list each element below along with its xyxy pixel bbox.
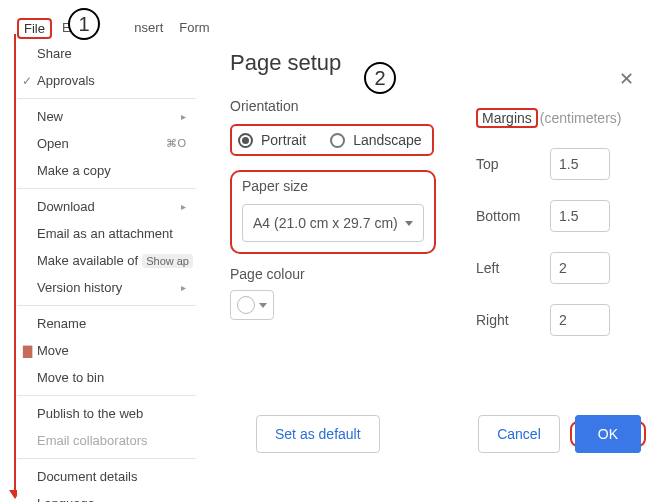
margin-left-input[interactable] <box>550 252 610 284</box>
colour-swatch-icon <box>237 296 255 314</box>
chevron-right-icon: ▸ <box>181 282 186 293</box>
menu-item-rename[interactable]: Rename <box>17 310 196 337</box>
page-colour-select[interactable] <box>230 290 274 320</box>
margins-group: Margins (centimeters) Top Bottom Left Ri… <box>476 108 646 336</box>
menu-item-make-copy[interactable]: Make a copy <box>17 157 196 184</box>
menu-item-language[interactable]: Language▸ <box>17 490 196 502</box>
margin-bottom-input[interactable] <box>550 200 610 232</box>
menu-item-email-collaborators: Email collaborators <box>17 427 196 454</box>
chevron-down-icon <box>259 303 267 308</box>
menu-item-share[interactable]: Share <box>17 40 196 67</box>
chevron-right-icon: ▸ <box>181 498 186 502</box>
margin-top-label: Top <box>476 156 536 172</box>
margin-right-input[interactable] <box>550 304 610 336</box>
annotation-2: 2 <box>364 62 396 94</box>
chevron-right-icon: ▸ <box>181 201 186 212</box>
annotation-arrow-line <box>14 34 16 494</box>
margin-left-label: Left <box>476 260 536 276</box>
margins-label: Margins <box>476 108 538 128</box>
dialog-button-row: Set as default Cancel OK <box>256 415 646 453</box>
radio-landscape[interactable]: Landscape <box>330 132 422 148</box>
menu-item-move[interactable]: ▇Move <box>17 337 196 364</box>
chevron-down-icon <box>405 221 413 226</box>
cancel-button[interactable]: Cancel <box>478 415 560 453</box>
margin-right-label: Right <box>476 312 536 328</box>
margin-bottom-label: Bottom <box>476 208 536 224</box>
menu-item-approvals[interactable]: ✓Approvals <box>17 67 196 94</box>
shortcut-label: ⌘O <box>166 137 186 150</box>
radio-portrait[interactable]: Portrait <box>238 132 306 148</box>
menu-item-make-available[interactable]: Make available ofShow ap <box>17 247 196 274</box>
chevron-right-icon: ▸ <box>181 111 186 122</box>
paper-size-label: Paper size <box>242 178 424 194</box>
show-app-badge: Show ap <box>142 254 193 268</box>
menubar: File Edit nsert Form <box>17 18 216 39</box>
paper-size-group: Paper size A4 (21.0 cm x 29.7 cm) <box>230 170 436 254</box>
set-default-button[interactable]: Set as default <box>256 415 380 453</box>
folder-icon: ▇ <box>20 344 34 358</box>
menu-item-publish[interactable]: Publish to the web <box>17 400 196 427</box>
dialog-title: Page setup <box>230 50 640 76</box>
margin-top-input[interactable] <box>550 148 610 180</box>
margins-unit: (centimeters) <box>540 110 622 126</box>
paper-size-select[interactable]: A4 (21.0 cm x 29.7 cm) <box>242 204 424 242</box>
menu-item-move-bin[interactable]: Move to bin <box>17 364 196 391</box>
menu-file[interactable]: File <box>17 18 52 39</box>
menu-item-download[interactable]: Download▸ <box>17 193 196 220</box>
menu-item-document-details[interactable]: Document details <box>17 463 196 490</box>
file-dropdown: Share ✓Approvals New▸ Open⌘O Make a copy… <box>17 40 196 502</box>
menu-item-version-history[interactable]: Version history▸ <box>17 274 196 301</box>
menu-item-new[interactable]: New▸ <box>17 103 196 130</box>
menu-item-open[interactable]: Open⌘O <box>17 130 196 157</box>
menu-item-email-attachment[interactable]: Email as an attachment <box>17 220 196 247</box>
ok-button[interactable]: OK <box>575 415 641 453</box>
orientation-group: Portrait Landscape <box>230 124 434 156</box>
approvals-icon: ✓ <box>20 74 34 88</box>
ok-highlight: OK <box>570 421 646 447</box>
annotation-1: 1 <box>68 8 100 40</box>
menu-form[interactable]: Form <box>173 18 215 39</box>
menu-insert[interactable]: nsert <box>128 18 169 39</box>
close-icon[interactable]: ✕ <box>619 68 634 90</box>
